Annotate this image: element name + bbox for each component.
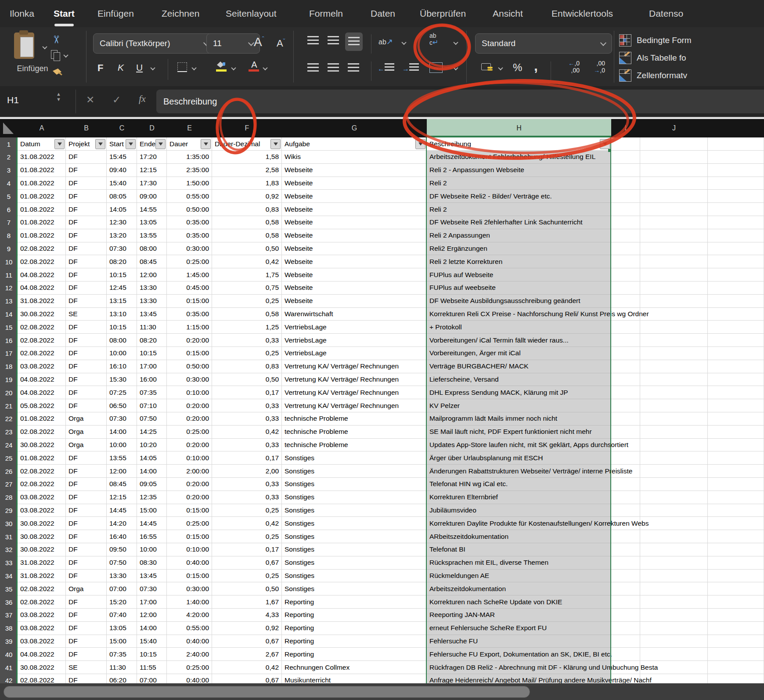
cell-A2[interactable]: 31.08.2022 xyxy=(18,151,66,164)
row-header-11[interactable]: 11 xyxy=(0,268,18,282)
cell-E17[interactable]: 0:15:00 xyxy=(167,347,212,360)
paste-button[interactable]: Einfügen xyxy=(11,32,54,80)
name-box[interactable]: H1 xyxy=(7,95,19,105)
cell-E29[interactable]: 0:15:00 xyxy=(167,504,212,517)
header-cell-A1[interactable]: Datum xyxy=(18,137,66,151)
cell-A32[interactable]: 30.08.2022 xyxy=(18,543,66,556)
cell-C31[interactable]: 16:40 xyxy=(107,530,137,543)
accounting-dropdown-chevron[interactable] xyxy=(498,65,503,70)
cell-I3[interactable] xyxy=(611,164,640,177)
cell-I7[interactable] xyxy=(611,216,640,229)
cell-J8[interactable] xyxy=(640,229,708,242)
cell-A8[interactable]: 01.08.2022 xyxy=(18,229,66,242)
filter-button-A[interactable] xyxy=(54,139,65,149)
cell-D2[interactable]: 17:20 xyxy=(137,151,167,164)
cell-H19[interactable]: Lieferscheine, Versand xyxy=(427,373,611,386)
cell-G31[interactable]: Sonstiges xyxy=(282,530,427,543)
cell-C2[interactable]: 15:45 xyxy=(107,151,137,164)
cell-I23[interactable] xyxy=(611,426,640,439)
borders-button[interactable] xyxy=(177,62,187,72)
cell-F39[interactable]: 0,67 xyxy=(212,635,282,648)
cell-H36[interactable]: Korrekturen nach ScheRe Update von DKIE xyxy=(427,595,611,609)
cell-E37[interactable]: 4:20:00 xyxy=(167,609,212,622)
column-header-E[interactable]: E xyxy=(167,119,213,137)
cell-D4[interactable]: 17:30 xyxy=(137,177,167,190)
cell-I5[interactable] xyxy=(611,190,640,203)
filter-button-F[interactable] xyxy=(270,139,281,149)
cell-E11[interactable]: 1:45:00 xyxy=(167,268,212,281)
cell-J3[interactable] xyxy=(640,164,708,177)
cell-C35[interactable]: 07:00 xyxy=(107,582,137,595)
cell-D18[interactable]: 17:00 xyxy=(137,360,167,373)
menu-tab-datenso[interactable]: Datenso xyxy=(649,0,683,27)
cell-C28[interactable]: 12:15 xyxy=(107,491,137,504)
font-color-dropdown-chevron[interactable] xyxy=(263,65,267,70)
cell-I6[interactable] xyxy=(611,203,640,216)
row-header-32[interactable]: 32 xyxy=(0,543,18,557)
menu-tab-start[interactable]: Start xyxy=(54,0,75,27)
header-cell-J1[interactable] xyxy=(640,137,708,151)
cell-E28[interactable]: 0:20:00 xyxy=(167,491,212,504)
cell-E23[interactable]: 0:25:00 xyxy=(167,426,212,439)
row-header-12[interactable]: 12 xyxy=(0,281,18,295)
cell-F2[interactable]: 1,58 xyxy=(212,151,282,164)
cell-K13[interactable] xyxy=(708,295,764,308)
cell-K27[interactable] xyxy=(708,478,764,491)
cell-K24[interactable] xyxy=(708,439,764,452)
align-bottom-button-selected[interactable] xyxy=(345,32,363,51)
cell-F34[interactable]: 0,25 xyxy=(212,570,282,583)
filter-button-E[interactable] xyxy=(201,139,211,149)
cell-E16[interactable]: 0:20:00 xyxy=(167,334,212,347)
cell-G13[interactable]: Webseite xyxy=(282,295,427,308)
cell-J14[interactable] xyxy=(640,308,708,321)
cell-B23[interactable]: Orga xyxy=(66,426,107,439)
cell-C10[interactable]: 08:20 xyxy=(107,255,137,268)
cell-K15[interactable] xyxy=(708,321,764,334)
cell-K6[interactable] xyxy=(708,203,764,216)
header-cell-G1[interactable]: Aufgabe xyxy=(282,137,427,151)
cell-C17[interactable]: 10:00 xyxy=(107,347,137,360)
cell-K17[interactable] xyxy=(708,347,764,360)
cell-J29[interactable] xyxy=(640,504,708,517)
cell-A29[interactable]: 03.08.2022 xyxy=(18,504,66,517)
cell-K11[interactable] xyxy=(708,268,764,281)
cell-G3[interactable]: Webseite xyxy=(282,164,427,177)
cell-B38[interactable]: DF xyxy=(66,622,107,635)
cell-J5[interactable] xyxy=(640,190,708,203)
cell-B35[interactable]: Orga xyxy=(66,582,107,595)
cell-B31[interactable]: DF xyxy=(66,530,107,543)
cell-K40[interactable] xyxy=(708,648,764,661)
cell-J15[interactable] xyxy=(640,321,708,334)
cell-D15[interactable]: 11:30 xyxy=(137,321,167,334)
cell-H39[interactable]: Fehlersuche FU xyxy=(427,635,611,648)
cell-G28[interactable]: Sonstiges xyxy=(282,491,427,504)
cell-F25[interactable]: 0,17 xyxy=(212,451,282,465)
cell-C33[interactable]: 07:50 xyxy=(107,556,137,570)
column-header-B[interactable]: B xyxy=(66,119,107,137)
cell-J10[interactable] xyxy=(640,255,708,268)
cell-E21[interactable]: 0:20:00 xyxy=(167,399,212,412)
cell-J35[interactable] xyxy=(640,582,708,595)
cell-F22[interactable]: 0,33 xyxy=(212,412,282,426)
cell-K33[interactable] xyxy=(708,556,764,570)
cell-G16[interactable]: VertriebsLage xyxy=(282,334,427,347)
row-header-29[interactable]: 29 xyxy=(0,504,18,518)
cell-C8[interactable]: 13:20 xyxy=(107,229,137,242)
cell-K3[interactable] xyxy=(708,164,764,177)
cell-K29[interactable] xyxy=(708,504,764,517)
fill-handle[interactable] xyxy=(608,149,611,152)
cell-G35[interactable]: Sonstiges xyxy=(282,582,427,595)
cell-B19[interactable]: DF xyxy=(66,373,107,386)
cell-K12[interactable] xyxy=(708,281,764,295)
cell-K38[interactable] xyxy=(708,622,764,635)
accounting-format-button[interactable] xyxy=(481,62,494,73)
cell-K21[interactable] xyxy=(708,399,764,412)
font-size-select[interactable]: 11 xyxy=(206,33,260,54)
cell-E41[interactable]: 0:25:00 xyxy=(167,661,212,674)
font-name-select[interactable]: Calibri (Textkörper) xyxy=(93,33,215,54)
cell-I22[interactable] xyxy=(611,412,640,426)
cell-C16[interactable]: 08:00 xyxy=(107,334,137,347)
cell-I36[interactable] xyxy=(611,595,640,609)
cell-E15[interactable]: 1:15:00 xyxy=(167,321,212,334)
cell-F29[interactable]: 0,25 xyxy=(212,504,282,517)
